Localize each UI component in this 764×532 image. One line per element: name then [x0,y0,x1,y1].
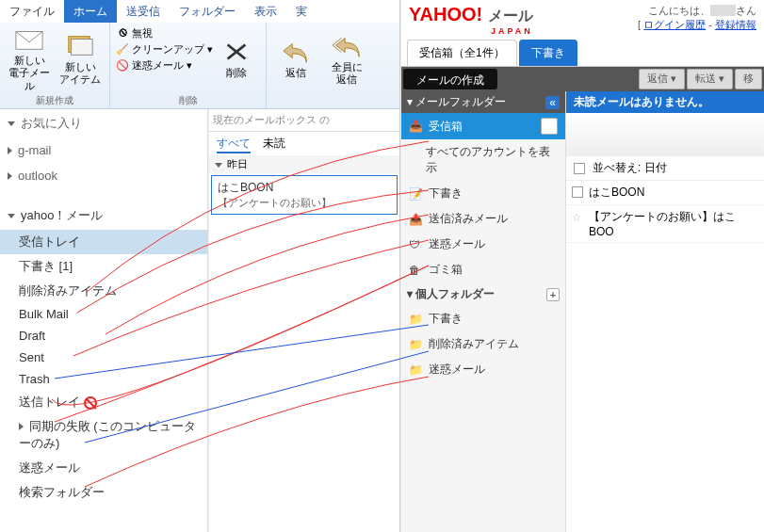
forward-action[interactable]: 転送 ▾ [687,69,733,89]
mail-icon [15,26,43,53]
trash-icon: 🗑 [409,264,424,277]
new-item-button[interactable]: 新しい アイテム [57,26,104,92]
new-item-label: 新しい アイテム [59,61,101,86]
user-info: こんにちは、xxxxxさん [ ログイン履歴 - 登録情報 [638,4,756,32]
reply-action[interactable]: 返信 ▾ [639,69,685,89]
y-folder-inbox[interactable]: 📥受信箱⟳ [401,113,565,139]
yahoo-message-pane: 未読メールはありません。 並べ替え: 日付 はこBOON ☆【アンケートのお願い… [566,91,764,532]
block-icon: 🚫 [116,59,129,73]
checkbox[interactable] [574,163,585,174]
folder-icon: 📁 [409,338,424,351]
folder-trash[interactable]: Trash [0,368,207,390]
y-message-2[interactable]: ☆【アンケートのお願い】はこBOO [566,205,764,243]
delete-x-icon [222,39,251,65]
shield-icon: 🛡 [409,238,424,251]
new-mail-button[interactable]: 新しい 電子メール [6,26,53,92]
junk-button[interactable]: 🚫迷惑メール ▾ [116,58,192,73]
reply-button[interactable]: 返信 [272,26,319,92]
add-folder-button[interactable]: + [546,288,560,301]
outlook-nav: お気に入り g-mail outlook yahoo！メール 受信トレイ 下書き… [0,109,208,532]
ribbon-tabs: ファイル ホーム 送受信 フォルダー 表示 実 [0,0,399,23]
tab-extra[interactable]: 実 [286,0,317,23]
y-message-1[interactable]: はこBOON [566,181,764,205]
unread-banner: 未読メールはありません。 [566,91,764,113]
folder-drafts[interactable]: 下書き [1] [0,254,207,279]
filter-unread[interactable]: 未読 [263,137,285,150]
reply-all-icon [333,33,361,59]
message-subject: 【アンケートのお願い】 [218,196,391,210]
favorites-header[interactable]: お気に入り [0,109,207,137]
draft-icon: 📝 [409,187,424,201]
message-item[interactable]: はこBOON 【アンケートのお願い】 [211,175,398,215]
ignore-button[interactable]: 🛇無視 [116,26,153,40]
forbidden-icon [84,396,97,410]
y-folder-sent[interactable]: 📤送信済みメール [401,206,565,232]
compose-button[interactable]: メールの作成 [403,69,497,89]
tab-inbox[interactable]: 受信箱（全1件） [407,40,517,66]
y-folder-all-accounts[interactable]: すべてのアカウントを表示 [401,139,565,181]
folder-icon: 📁 [409,363,424,377]
sort-row[interactable]: 並べ替え: 日付 [566,156,764,181]
filter-all[interactable]: すべて [217,137,251,153]
group-delete-label: 削除 [116,94,260,107]
reload-icon[interactable]: ⟳ [541,118,558,135]
tab-folder[interactable]: フォルダー [170,0,245,23]
reg-info-link[interactable]: 登録情報 [715,19,756,30]
y-folder-trash[interactable]: 🗑ゴミ箱 [401,257,565,282]
pf-junk[interactable]: 📁迷惑メール [401,357,565,382]
star-icon[interactable]: ☆ [572,211,582,224]
personal-folder-header[interactable]: ▾ 個人フォルダー+ [401,282,565,306]
folder-outbox[interactable]: 送信トレイ [0,390,207,414]
search-field[interactable]: 現在のメールボックス の [209,109,399,132]
y-folder-drafts[interactable]: 📝下書き [401,181,565,206]
ignore-icon: 🛇 [116,27,129,40]
yahoo-folder-nav: ▾ メールフォルダー« 📥受信箱⟳ すべてのアカウントを表示 📝下書き 📤送信済… [401,91,566,532]
ribbon: 新しい 電子メール 新しい アイテム 新規作成 🛇無視 🧹クリーンアップ ▾ 🚫… [0,23,399,109]
blurred-area [566,113,764,156]
pf-drafts[interactable]: 📁下書き [401,306,565,331]
gmail-account[interactable]: g-mail [0,137,207,163]
folder-search[interactable]: 検索フォルダー [0,480,207,505]
folder-draft-en[interactable]: Draft [0,325,207,347]
pf-deleted[interactable]: 📁削除済みアイテム [401,331,565,357]
reply-all-label: 全員に 返信 [332,61,363,86]
tab-view[interactable]: 表示 [245,0,286,23]
reply-all-button[interactable]: 全員に 返信 [323,26,370,92]
inbox-icon: 📥 [409,120,424,133]
tab-file[interactable]: ファイル [0,0,64,23]
svg-rect-2 [72,39,93,55]
folder-sent[interactable]: Sent [0,347,207,368]
tab-home[interactable]: ホーム [64,0,117,23]
delete-label: 削除 [226,67,247,79]
broom-icon: 🧹 [116,43,129,56]
collapse-icon[interactable]: « [545,96,560,109]
new-mail-label: 新しい 電子メール [6,55,53,92]
folder-bulk[interactable]: Bulk Mail [0,303,207,325]
login-history-link[interactable]: ログイン履歴 [643,19,706,30]
outlook-message-list: 現在のメールボックス の すべて 未読 昨日 はこBOON 【アンケートのお願い… [208,109,399,532]
folder-inbox[interactable]: 受信トレイ [0,230,207,254]
folder-junk[interactable]: 迷惑メール [0,456,207,480]
folder-deleted[interactable]: 削除済みアイテム [0,279,207,303]
items-icon [66,33,94,59]
sent-icon: 📤 [409,213,424,226]
reply-icon [282,39,310,65]
yahoo-logo: YAHOO! メールJAPAN [409,4,533,36]
tab-drafts[interactable]: 下書き [519,40,577,66]
day-header: 昨日 [209,155,399,173]
folder-sync-fail[interactable]: 同期の失敗 (このコンピューターのみ) [0,414,207,456]
cleanup-button[interactable]: 🧹クリーンアップ ▾ [116,42,213,56]
reply-label: 返信 [285,67,306,79]
message-from: はこBOON [218,180,391,196]
checkbox[interactable] [572,186,583,198]
mail-folder-header[interactable]: ▾ メールフォルダー« [401,91,565,113]
yahoo-account[interactable]: yahoo！メール [0,202,207,230]
outlook-pane: ファイル ホーム 送受信 フォルダー 表示 実 新しい 電子メール 新しい アイ… [0,0,400,532]
outlook-account[interactable]: outlook [0,163,207,188]
delete-button[interactable]: 削除 [213,26,260,92]
yahoo-pane: YAHOO! メールJAPAN こんにちは、xxxxxさん [ ログイン履歴 -… [400,0,764,532]
y-folder-junk[interactable]: 🛡迷惑メール [401,232,565,257]
group-new-label: 新規作成 [6,94,104,107]
move-action[interactable]: 移 [735,69,762,89]
tab-sendrecv[interactable]: 送受信 [117,0,170,23]
